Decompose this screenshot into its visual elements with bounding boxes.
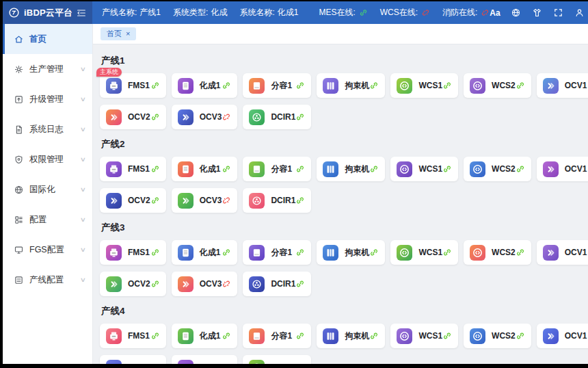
collapse-menu-icon[interactable] [76, 8, 87, 18]
link-status-icon[interactable] [222, 331, 231, 341]
system-card-FMS1[interactable]: FMS1 [100, 324, 166, 348]
sidebar-item-权限管理[interactable]: 权限管理 ∨ [3, 144, 92, 174]
system-card-FMS1[interactable]: FMS1 [100, 240, 166, 265]
link-status-icon[interactable] [516, 164, 525, 174]
system-card-OCV3[interactable]: OCV3 [172, 272, 238, 296]
system-card-化成1[interactable]: 化成1 [172, 240, 238, 265]
sidebar-item-生产管理[interactable]: 生产管理 ∨ [3, 54, 92, 84]
system-label: OCV2 [128, 112, 150, 122]
link-status-icon[interactable] [295, 248, 305, 257]
link-status-icon[interactable] [150, 363, 160, 364]
system-icon [397, 161, 412, 177]
system-card-OCV2[interactable]: OCV2 [100, 188, 166, 213]
theme-icon[interactable] [532, 8, 542, 18]
section-title: 产线3 [101, 222, 580, 234]
link-status-icon[interactable] [516, 331, 525, 341]
system-card-DCIR1[interactable]: DCIR1 [243, 355, 311, 364]
link-status-icon[interactable] [369, 164, 379, 174]
system-card-WCS2[interactable]: WCS2 [464, 157, 531, 181]
system-card-FMS1[interactable]: FMS1 主系统 [100, 73, 166, 98]
system-card-化成1[interactable]: 化成1 [172, 157, 238, 181]
sidebar-item-首页[interactable]: 首页 ∨ [3, 24, 92, 54]
system-card-分容1[interactable]: 分容1 [243, 240, 311, 265]
system-card-WCS1[interactable]: WCS1 [390, 73, 458, 98]
system-card-FMS1[interactable]: FMS1 [100, 157, 166, 181]
user-icon[interactable] [574, 8, 585, 18]
link-status-icon[interactable] [150, 331, 160, 341]
link-status-icon[interactable] [369, 331, 379, 341]
system-card-分容1[interactable]: 分容1 [243, 324, 311, 348]
system-card-拘束机[interactable]: 拘束机 [317, 324, 385, 348]
link-status-icon[interactable] [295, 196, 305, 205]
tab-home[interactable]: 首页 × [101, 27, 136, 40]
system-card-分容1[interactable]: 分容1 [243, 157, 311, 181]
link-status-icon[interactable] [369, 81, 379, 90]
system-card-OCV1[interactable]: OCV1 [537, 324, 588, 348]
link-status-icon[interactable] [222, 363, 231, 364]
system-card-OCV1[interactable]: OCV1 [537, 240, 588, 265]
tab-close-icon[interactable]: × [126, 30, 130, 38]
link-status-icon[interactable] [295, 363, 305, 364]
sidebar-item-产线配置[interactable]: 产线配置 ∨ [3, 265, 92, 295]
link-status-icon[interactable] [222, 248, 231, 257]
link-status-icon[interactable] [222, 112, 231, 122]
system-card-化成1[interactable]: 化成1 [172, 73, 238, 98]
system-card-分容1[interactable]: 分容1 [243, 73, 311, 98]
link-status-icon[interactable] [150, 248, 160, 257]
link-status-icon[interactable] [222, 81, 231, 90]
link-status-icon[interactable] [150, 279, 160, 289]
link-status-icon[interactable] [150, 81, 160, 90]
brand-logo-icon [8, 7, 20, 18]
link-status-icon[interactable] [295, 81, 305, 90]
system-card-WCS2[interactable]: WCS2 [464, 324, 531, 348]
system-card-WCS1[interactable]: WCS1 [390, 157, 458, 181]
info-label: 系统名称: [239, 7, 274, 18]
app-window: iBDP云平台 产线名称: 产线1 系统类型: 化成 系统名称: 化成1 MES… [3, 1, 588, 364]
link-status-icon[interactable] [295, 331, 305, 341]
sidebar-item-配置[interactable]: 配置 ∨ [3, 205, 92, 235]
system-card-拘束机[interactable]: 拘束机 [317, 157, 385, 181]
link-status-icon[interactable] [150, 196, 160, 205]
link-status-icon[interactable] [222, 196, 231, 205]
system-card-OCV1[interactable]: OCV1 [537, 157, 588, 181]
link-status-icon[interactable] [442, 164, 452, 174]
link-status-icon[interactable] [150, 164, 160, 174]
system-card-WCS2[interactable]: WCS2 [464, 73, 531, 98]
system-label: 化成1 [200, 80, 221, 92]
language-icon[interactable] [511, 8, 521, 18]
system-card-OCV3[interactable]: OCV3 [172, 188, 238, 213]
link-status-icon[interactable] [516, 81, 525, 90]
link-status-icon[interactable] [222, 164, 231, 174]
link-status-icon[interactable] [222, 279, 231, 289]
link-status-icon[interactable] [295, 279, 305, 289]
system-card-化成1[interactable]: 化成1 [172, 324, 238, 348]
sidebar-item-系统日志[interactable]: 系统日志 ∨ [3, 114, 92, 144]
system-card-WCS1[interactable]: WCS1 [390, 324, 458, 348]
link-status-icon[interactable] [295, 112, 305, 122]
fullscreen-icon[interactable] [553, 8, 563, 18]
link-status-icon[interactable] [150, 112, 160, 122]
system-card-OCV2[interactable]: OCV2 [100, 355, 166, 364]
link-status-icon[interactable] [295, 164, 305, 174]
system-card-OCV3[interactable]: OCV3 [172, 105, 238, 129]
system-card-WCS1[interactable]: WCS1 [390, 240, 458, 265]
system-card-WCS2[interactable]: WCS2 [464, 240, 531, 265]
system-card-DCIR1[interactable]: DCIR1 [243, 272, 311, 296]
system-card-OCV3[interactable]: OCV3 [172, 355, 238, 364]
link-status-icon[interactable] [442, 81, 452, 90]
sidebar-item-升级管理[interactable]: 升级管理 ∨ [3, 84, 92, 114]
font-size-icon[interactable]: Aa [490, 8, 500, 18]
system-card-DCIR1[interactable]: DCIR1 [243, 188, 311, 213]
system-card-OCV2[interactable]: OCV2 [100, 272, 166, 296]
system-card-DCIR1[interactable]: DCIR1 [243, 105, 311, 129]
sidebar-item-FGS配置[interactable]: FGS配置 ∨ [3, 235, 92, 265]
system-card-OCV1[interactable]: OCV1 [537, 73, 588, 98]
system-card-OCV2[interactable]: OCV2 [100, 105, 166, 129]
system-card-拘束机[interactable]: 拘束机 [317, 240, 385, 265]
link-status-icon[interactable] [442, 248, 452, 257]
system-card-拘束机[interactable]: 拘束机 [317, 73, 385, 98]
link-status-icon[interactable] [516, 248, 525, 257]
sidebar-item-国际化[interactable]: 国际化 ∨ [3, 174, 92, 205]
link-status-icon[interactable] [369, 248, 379, 257]
link-status-icon[interactable] [442, 331, 452, 341]
